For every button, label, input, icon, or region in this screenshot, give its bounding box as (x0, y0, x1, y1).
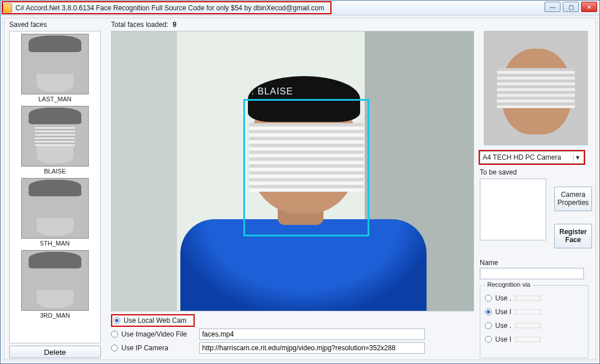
saved-faces-label: Saved faces (9, 21, 47, 29)
saved-faces-list[interactable]: LAST_MAN BLAISE 5TH_MAN 3RD_MAN (9, 31, 101, 343)
obscured-text (515, 323, 541, 329)
face-caption: LAST_MAN (38, 96, 72, 102)
obscured-text (515, 337, 541, 342)
recognition-option-1[interactable]: Use . (485, 291, 583, 305)
radio-recog-2[interactable] (485, 308, 492, 315)
radio-recog-3[interactable] (485, 322, 492, 329)
detection-label: : BLAISE (251, 86, 293, 97)
close-button[interactable]: ✕ (581, 2, 597, 12)
face-caption: 3RD_MAN (40, 312, 70, 319)
minimize-button[interactable]: ― (544, 2, 560, 12)
app-window: C# Accord.Net 3.8.0.6134 Face Recognitio… (0, 0, 600, 364)
window-title: C# Accord.Net 3.8.0.6134 Face Recognitio… (15, 4, 324, 12)
video-source-group: Use Local Web Cam Use Image/Video File U… (111, 314, 474, 355)
to-be-saved-label: To be saved (480, 168, 592, 176)
radio-label: Use . (495, 294, 511, 302)
source-row-image-video[interactable]: Use Image/Video File (111, 327, 474, 341)
obscured-text (515, 309, 541, 315)
right-column: A4 TECH HD PC Camera ▾ To be saved Camer… (480, 31, 592, 358)
total-faces-prefix: Total faces loaded: (111, 21, 168, 29)
to-be-saved-preview (480, 179, 546, 240)
recognition-via-group: Recognition via Use . Use I Use . (480, 285, 589, 358)
maximize-button[interactable]: ▢ (563, 2, 579, 12)
total-faces-label: Total faces loaded: 9 (111, 21, 176, 29)
obscured-text (515, 295, 541, 301)
name-label: Name (480, 259, 498, 267)
recognition-option-3[interactable]: Use . (485, 319, 583, 333)
list-item[interactable]: LAST_MAN (10, 31, 100, 104)
video-preview: : BLAISE (111, 31, 474, 311)
total-faces-count: 9 (172, 21, 176, 29)
face-thumbnail (21, 106, 89, 167)
radio-label: Use Image/Video File (121, 330, 196, 338)
titlebar: C# Accord.Net 3.8.0.6134 Face Recognitio… (1, 1, 599, 15)
face-thumbnail (21, 34, 89, 94)
ip-camera-url-input[interactable] (199, 342, 425, 354)
radio-ip-camera[interactable] (111, 345, 118, 351)
recognition-option-2[interactable]: Use I (485, 305, 583, 319)
face-caption: 5TH_MAN (40, 240, 69, 247)
source-row-local-webcam[interactable]: Use Local Web Cam (111, 314, 474, 327)
source-row-ip-camera[interactable]: Use IP Camera (111, 341, 474, 355)
delete-button[interactable]: Delete (9, 346, 101, 358)
image-video-path-input[interactable] (199, 329, 425, 340)
radio-image-video[interactable] (111, 331, 118, 338)
list-item[interactable]: BLAISE (10, 104, 100, 176)
camera-select[interactable]: A4 TECH HD PC Camera ▾ (480, 151, 584, 164)
radio-label: Use . (495, 322, 511, 330)
radio-label: Use IP Camera (121, 344, 196, 352)
radio-label: Use Local Web Cam (124, 316, 187, 325)
list-item[interactable]: 3RD_MAN (10, 248, 100, 320)
face-detection-box (243, 99, 369, 236)
radio-label: Use I (495, 335, 511, 343)
recognition-option-4[interactable]: Use I (485, 333, 583, 346)
radio-recog-4[interactable] (485, 336, 492, 343)
client-area: Saved faces Total faces loaded: 9 LAST_M… (4, 18, 596, 360)
register-face-button[interactable]: Register Face (554, 224, 592, 248)
recognition-via-legend: Recognition via (485, 281, 532, 288)
chevron-down-icon[interactable]: ▾ (573, 153, 581, 161)
name-input[interactable] (480, 268, 584, 279)
radio-recog-1[interactable] (485, 295, 492, 302)
face-caption: BLAISE (44, 168, 66, 175)
face-thumbnail (21, 250, 89, 311)
app-icon (3, 3, 12, 13)
camera-select-value: A4 TECH HD PC Camera (483, 153, 561, 161)
camera-properties-button[interactable]: Camera Properties (554, 187, 592, 211)
window-buttons: ― ▢ ✕ (544, 2, 597, 12)
captured-face-preview (484, 31, 588, 145)
radio-local-webcam[interactable] (113, 317, 120, 324)
list-item[interactable]: 5TH_MAN (10, 176, 100, 248)
face-thumbnail (21, 178, 89, 239)
radio-label: Use I (495, 308, 511, 316)
